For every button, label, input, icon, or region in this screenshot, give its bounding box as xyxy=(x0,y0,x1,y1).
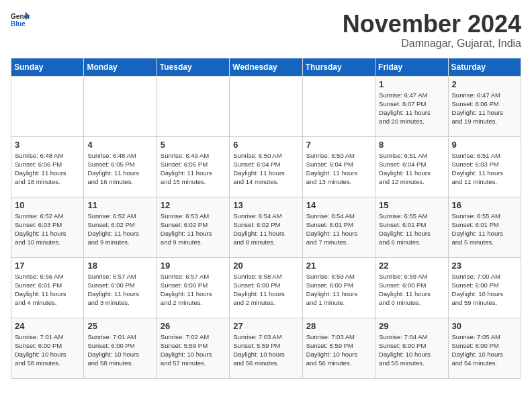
calendar-cell: 30Sunrise: 7:05 AM Sunset: 6:00 PM Dayli… xyxy=(448,318,521,378)
day-number: 30 xyxy=(452,321,517,331)
calendar-week-row: 24Sunrise: 7:01 AM Sunset: 6:00 PM Dayli… xyxy=(11,318,521,378)
day-info: Sunrise: 6:55 AM Sunset: 6:01 PM Dayligh… xyxy=(452,212,517,247)
calendar-cell: 5Sunrise: 6:49 AM Sunset: 6:05 PM Daylig… xyxy=(157,136,229,197)
calendar-cell: 6Sunrise: 6:50 AM Sunset: 6:04 PM Daylig… xyxy=(230,136,302,197)
calendar-week-row: 10Sunrise: 6:52 AM Sunset: 6:03 PM Dayli… xyxy=(11,197,521,257)
day-number: 24 xyxy=(15,321,80,331)
day-info: Sunrise: 6:52 AM Sunset: 6:03 PM Dayligh… xyxy=(15,212,80,247)
calendar-day-header: Sunday xyxy=(11,58,84,76)
day-number: 3 xyxy=(15,140,80,150)
calendar-cell: 19Sunrise: 6:57 AM Sunset: 6:00 PM Dayli… xyxy=(157,257,229,318)
calendar-cell xyxy=(11,76,84,136)
day-number: 8 xyxy=(379,140,444,150)
day-info: Sunrise: 6:47 AM Sunset: 6:06 PM Dayligh… xyxy=(452,91,517,126)
calendar-week-row: 1Sunrise: 6:47 AM Sunset: 6:07 PM Daylig… xyxy=(11,76,521,136)
calendar-cell: 18Sunrise: 6:57 AM Sunset: 6:00 PM Dayli… xyxy=(84,257,157,318)
day-number: 26 xyxy=(161,321,226,331)
day-info: Sunrise: 7:03 AM Sunset: 5:59 PM Dayligh… xyxy=(306,332,371,368)
day-info: Sunrise: 6:55 AM Sunset: 6:01 PM Dayligh… xyxy=(379,212,444,247)
calendar-cell: 12Sunrise: 6:53 AM Sunset: 6:02 PM Dayli… xyxy=(157,197,229,257)
day-number: 13 xyxy=(233,200,298,210)
calendar-cell: 29Sunrise: 7:04 AM Sunset: 6:00 PM Dayli… xyxy=(375,318,448,378)
calendar-day-header: Tuesday xyxy=(157,58,229,76)
day-number: 2 xyxy=(452,79,517,89)
calendar-cell: 10Sunrise: 6:52 AM Sunset: 6:03 PM Dayli… xyxy=(11,197,84,257)
day-number: 29 xyxy=(379,321,444,331)
day-info: Sunrise: 6:51 AM Sunset: 6:03 PM Dayligh… xyxy=(452,151,517,187)
calendar-cell: 17Sunrise: 6:56 AM Sunset: 6:01 PM Dayli… xyxy=(11,257,84,318)
calendar-cell: 9Sunrise: 6:51 AM Sunset: 6:03 PM Daylig… xyxy=(448,136,521,197)
day-number: 16 xyxy=(452,200,517,210)
calendar-cell: 24Sunrise: 7:01 AM Sunset: 6:00 PM Dayli… xyxy=(11,318,84,378)
calendar-cell: 15Sunrise: 6:55 AM Sunset: 6:01 PM Dayli… xyxy=(375,197,448,257)
calendar-day-header: Monday xyxy=(84,58,157,76)
calendar-cell: 13Sunrise: 6:54 AM Sunset: 6:02 PM Dayli… xyxy=(230,197,302,257)
day-number: 4 xyxy=(87,140,152,150)
calendar-body: 1Sunrise: 6:47 AM Sunset: 6:07 PM Daylig… xyxy=(11,76,521,378)
day-number: 1 xyxy=(379,79,444,89)
day-number: 12 xyxy=(161,200,226,210)
day-info: Sunrise: 7:05 AM Sunset: 6:00 PM Dayligh… xyxy=(452,332,517,368)
calendar-cell: 4Sunrise: 6:48 AM Sunset: 6:05 PM Daylig… xyxy=(84,136,157,197)
calendar-cell: 21Sunrise: 6:59 AM Sunset: 6:00 PM Dayli… xyxy=(302,257,375,318)
day-info: Sunrise: 6:56 AM Sunset: 6:01 PM Dayligh… xyxy=(15,272,80,308)
day-number: 25 xyxy=(87,321,152,331)
calendar-cell xyxy=(302,76,375,136)
day-info: Sunrise: 6:48 AM Sunset: 6:06 PM Dayligh… xyxy=(15,151,80,187)
logo-icon: General Blue xyxy=(11,11,30,30)
day-number: 9 xyxy=(452,140,517,150)
day-number: 17 xyxy=(15,261,80,271)
day-info: Sunrise: 6:51 AM Sunset: 6:04 PM Dayligh… xyxy=(379,151,444,187)
calendar-week-row: 3Sunrise: 6:48 AM Sunset: 6:06 PM Daylig… xyxy=(11,136,521,197)
calendar-cell: 11Sunrise: 6:52 AM Sunset: 6:02 PM Dayli… xyxy=(84,197,157,257)
day-number: 14 xyxy=(306,200,371,210)
calendar-table: SundayMondayTuesdayWednesdayThursdayFrid… xyxy=(11,58,521,379)
day-info: Sunrise: 7:03 AM Sunset: 5:59 PM Dayligh… xyxy=(233,332,298,368)
title-block: November 2024 Damnagar, Gujarat, India xyxy=(343,11,521,50)
calendar-cell: 1Sunrise: 6:47 AM Sunset: 6:07 PM Daylig… xyxy=(375,76,448,136)
calendar-cell: 3Sunrise: 6:48 AM Sunset: 6:06 PM Daylig… xyxy=(11,136,84,197)
day-info: Sunrise: 6:48 AM Sunset: 6:05 PM Dayligh… xyxy=(87,151,152,187)
calendar-header-row: SundayMondayTuesdayWednesdayThursdayFrid… xyxy=(11,58,521,76)
calendar-cell: 22Sunrise: 6:59 AM Sunset: 6:00 PM Dayli… xyxy=(375,257,448,318)
day-number: 28 xyxy=(306,321,371,331)
day-info: Sunrise: 6:47 AM Sunset: 6:07 PM Dayligh… xyxy=(379,91,444,126)
day-info: Sunrise: 6:57 AM Sunset: 6:00 PM Dayligh… xyxy=(161,272,226,308)
day-number: 21 xyxy=(306,261,371,271)
svg-text:Blue: Blue xyxy=(11,20,26,28)
day-info: Sunrise: 6:59 AM Sunset: 6:00 PM Dayligh… xyxy=(306,272,371,308)
calendar-cell: 8Sunrise: 6:51 AM Sunset: 6:04 PM Daylig… xyxy=(375,136,448,197)
day-info: Sunrise: 6:52 AM Sunset: 6:02 PM Dayligh… xyxy=(87,212,152,247)
day-number: 15 xyxy=(379,200,444,210)
page-header: General Blue November 2024 Damnagar, Guj… xyxy=(11,11,521,50)
day-number: 18 xyxy=(87,261,152,271)
day-info: Sunrise: 7:00 AM Sunset: 6:00 PM Dayligh… xyxy=(452,272,517,308)
day-number: 19 xyxy=(161,261,226,271)
calendar-cell: 2Sunrise: 6:47 AM Sunset: 6:06 PM Daylig… xyxy=(448,76,521,136)
calendar-week-row: 17Sunrise: 6:56 AM Sunset: 6:01 PM Dayli… xyxy=(11,257,521,318)
calendar-day-header: Wednesday xyxy=(230,58,302,76)
day-number: 23 xyxy=(452,261,517,271)
day-info: Sunrise: 7:04 AM Sunset: 6:00 PM Dayligh… xyxy=(379,332,444,368)
calendar-cell: 16Sunrise: 6:55 AM Sunset: 6:01 PM Dayli… xyxy=(448,197,521,257)
day-info: Sunrise: 6:54 AM Sunset: 6:02 PM Dayligh… xyxy=(233,212,298,247)
location: Damnagar, Gujarat, India xyxy=(343,38,521,50)
calendar-cell: 25Sunrise: 7:01 AM Sunset: 6:00 PM Dayli… xyxy=(84,318,157,378)
calendar-cell: 20Sunrise: 6:58 AM Sunset: 6:00 PM Dayli… xyxy=(230,257,302,318)
logo: General Blue xyxy=(11,11,30,30)
calendar-cell xyxy=(230,76,302,136)
calendar-day-header: Friday xyxy=(375,58,448,76)
day-info: Sunrise: 7:02 AM Sunset: 5:59 PM Dayligh… xyxy=(161,332,226,368)
calendar-cell: 7Sunrise: 6:50 AM Sunset: 6:04 PM Daylig… xyxy=(302,136,375,197)
calendar-cell xyxy=(84,76,157,136)
calendar-cell: 26Sunrise: 7:02 AM Sunset: 5:59 PM Dayli… xyxy=(157,318,229,378)
calendar-cell: 23Sunrise: 7:00 AM Sunset: 6:00 PM Dayli… xyxy=(448,257,521,318)
day-info: Sunrise: 7:01 AM Sunset: 6:00 PM Dayligh… xyxy=(15,332,80,368)
day-number: 20 xyxy=(233,261,298,271)
calendar-day-header: Saturday xyxy=(448,58,521,76)
day-info: Sunrise: 6:53 AM Sunset: 6:02 PM Dayligh… xyxy=(161,212,226,247)
month-title: November 2024 xyxy=(343,11,521,38)
day-number: 11 xyxy=(87,200,152,210)
calendar-cell: 14Sunrise: 6:54 AM Sunset: 6:01 PM Dayli… xyxy=(302,197,375,257)
day-number: 6 xyxy=(233,140,298,150)
